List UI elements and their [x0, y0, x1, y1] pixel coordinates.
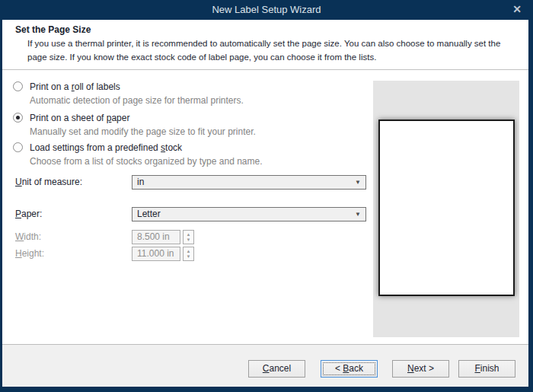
unit-of-measure-label: Unit of measure:	[15, 175, 82, 190]
spinner-up-icon[interactable]: ▲	[184, 232, 193, 237]
close-icon[interactable]: ✕	[508, 0, 526, 20]
finish-button[interactable]: Finish	[458, 360, 515, 378]
paper-label: Paper:	[15, 207, 42, 221]
page-title: Set the Page Size	[15, 24, 91, 35]
label-text-part: Print on a	[30, 81, 72, 92]
label-text-part: ext >	[414, 363, 434, 374]
chevron-down-icon[interactable]: ▼	[355, 176, 361, 189]
label-text-part: nit of measure:	[22, 177, 82, 187]
width-label: Width:	[15, 230, 41, 244]
radio-description: Automatic detection of page size for the…	[30, 95, 244, 106]
label-text-part: ancel	[269, 363, 291, 374]
label-accesskey: N	[407, 363, 414, 374]
paper-dropdown[interactable]: Letter ▼	[132, 207, 366, 221]
dropdown-value: in	[137, 177, 144, 187]
label-text-part: inish	[480, 363, 499, 374]
wizard-header: Set the Page Size If you use a thermal p…	[2, 20, 528, 70]
radio-button[interactable]	[13, 113, 23, 123]
height-field[interactable]: 11.000 in	[132, 247, 180, 261]
height-label: Height:	[15, 247, 44, 261]
radio-description: Choose from a list of stocks organized b…	[30, 156, 263, 167]
button-bar: Cancel < Back Next > Finish	[2, 344, 528, 387]
back-button[interactable]: < Back	[321, 360, 378, 378]
label-text-part: aper:	[21, 209, 42, 219]
label-accesskey: W	[15, 231, 24, 242]
radio-button[interactable]	[13, 142, 23, 152]
radio-label[interactable]: Print on a sheet of paper	[30, 113, 129, 123]
label-text-part: Load settings from a predefined	[30, 142, 161, 153]
dialog-body: Set the Page Size If you use a thermal p…	[2, 20, 528, 387]
label-accesskey: H	[15, 248, 22, 259]
unit-of-measure-dropdown[interactable]: in ▼	[132, 175, 366, 190]
radio-label[interactable]: Load settings from a predefined stock	[30, 142, 182, 153]
title-bar: New Label Setup Wizard ✕	[0, 0, 533, 20]
label-text-part: ack	[349, 363, 363, 374]
label-text-part: eight:	[22, 248, 44, 259]
wizard-dialog: New Label Setup Wizard ✕ Set the Page Si…	[0, 0, 533, 392]
radio-row[interactable]: Print on a roll of labels	[13, 81, 244, 92]
label-accesskey: F	[474, 363, 480, 374]
label-accesskey: P	[15, 209, 21, 219]
page-preview	[378, 120, 515, 296]
radio-description: Manually set and modify the page size to…	[30, 126, 256, 137]
dropdown-value: Letter	[137, 209, 161, 219]
option-predefined-stock[interactable]: Load settings from a predefined stock Ch…	[13, 142, 263, 167]
label-text-part: tock	[165, 142, 182, 153]
page-preview-panel	[373, 81, 519, 337]
spinner-up-icon[interactable]: ▲	[184, 249, 193, 254]
page-description-line2: page size. If you know the exact stock c…	[27, 53, 376, 62]
label-text-part: idth:	[24, 231, 41, 242]
window-title: New Label Setup Wizard	[0, 0, 533, 20]
spinner-down-icon[interactable]: ▼	[184, 237, 193, 243]
page-description-line1: If you use a thermal printer, it is reco…	[27, 39, 500, 48]
width-field[interactable]: 8.500 in	[132, 230, 180, 244]
spinner-down-icon[interactable]: ▼	[184, 254, 193, 260]
label-text-part: <	[335, 363, 343, 374]
label-text-part: aper	[111, 113, 129, 123]
cancel-button[interactable]: Cancel	[248, 360, 305, 378]
label-text-part: Print on a sheet of	[30, 113, 107, 123]
radio-row[interactable]: Print on a sheet of paper	[13, 112, 256, 123]
radio-label[interactable]: Print on a roll of labels	[30, 81, 120, 92]
next-button[interactable]: Next >	[392, 360, 449, 378]
width-stepper[interactable]: ▲ ▼	[183, 230, 194, 244]
option-sheet-of-paper[interactable]: Print on a sheet of paper Manually set a…	[13, 112, 256, 137]
radio-button[interactable]	[13, 81, 23, 91]
chevron-down-icon[interactable]: ▼	[355, 208, 361, 221]
label-accesskey: U	[15, 177, 22, 187]
height-stepper[interactable]: ▲ ▼	[183, 247, 194, 261]
wizard-content: Print on a roll of labels Automatic dete…	[2, 71, 528, 344]
option-roll-of-labels[interactable]: Print on a roll of labels Automatic dete…	[13, 81, 244, 106]
radio-row[interactable]: Load settings from a predefined stock	[13, 142, 263, 153]
label-text-part: oll of labels	[75, 81, 120, 92]
